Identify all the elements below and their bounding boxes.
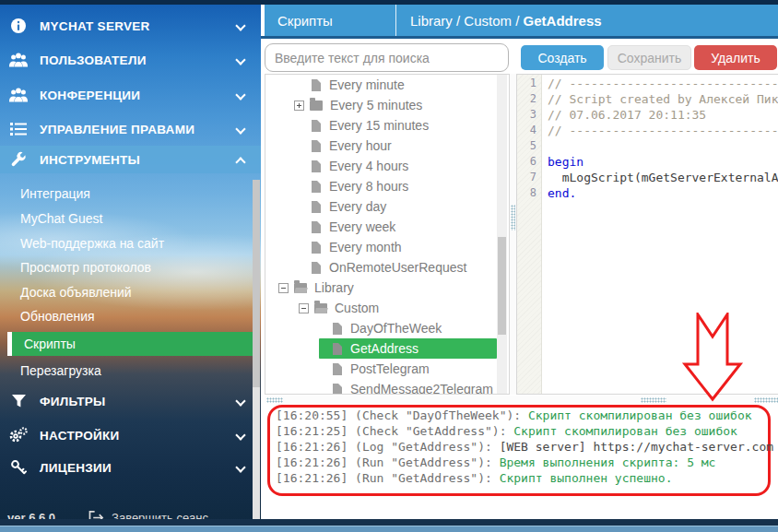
file-icon <box>312 79 321 91</box>
sidebar-item-licenses[interactable]: ЛИЦЕНЗИИ <box>0 454 261 481</box>
log-output-panel: [16:20:55] (Check "DayOfTheWeek"): Скрип… <box>265 403 778 519</box>
vertical-splitter-handle[interactable] <box>511 205 515 231</box>
tree-item[interactable]: Every minute <box>265 75 509 95</box>
bottom-frame-strip-blue <box>0 526 778 532</box>
folder-icon <box>310 100 323 111</box>
list-icon <box>9 121 28 137</box>
tree-scrollbar-track[interactable] <box>497 75 507 394</box>
tab-scripts[interactable]: Скрипты <box>265 5 396 36</box>
file-icon <box>333 323 342 335</box>
tree-item[interactable]: Every 5 minutes <box>265 95 509 115</box>
sidebar-item-bulletin-board[interactable]: Доска объявлений <box>0 280 261 304</box>
breadcrumb[interactable]: Library / Custom / GetAddress <box>396 5 778 36</box>
open-folder-icon <box>314 303 327 313</box>
chevron-down-icon <box>235 20 245 30</box>
sidebar-item-mychat-guest[interactable]: MyChat Guest <box>0 207 261 231</box>
code-line: // -------------------------------------… <box>548 124 778 139</box>
save-button[interactable]: Сохранить <box>607 45 691 70</box>
sidebar-item-restart[interactable]: Перезагрузка <box>0 359 261 383</box>
header-underline <box>261 36 778 39</box>
tree-item[interactable]: Every 8 hours <box>265 176 509 196</box>
code-line: begin <box>548 155 778 171</box>
chevron-down-icon <box>235 396 245 406</box>
file-icon <box>312 181 321 193</box>
sidebar-scrollbar-thumb[interactable] <box>253 180 260 387</box>
log-line: [16:21:26] (Run "GetAddress"): Скрипт вы… <box>276 471 773 487</box>
users-icon <box>9 52 28 68</box>
file-icon <box>333 363 342 375</box>
sidebar: MYCHAT SERVER ПОЛЬЗОВАТЕЛИ КОНФЕРЕНЦИИ У… <box>0 5 261 526</box>
info-icon <box>9 18 28 34</box>
file-icon <box>333 384 342 396</box>
tree-item[interactable]: Every 4 hours <box>265 156 509 176</box>
sidebar-item-web-support[interactable]: Web-поддержка на сайт <box>0 231 261 255</box>
chevron-down-icon <box>235 462 245 472</box>
sidebar-item-integration[interactable]: Интеграция <box>0 182 261 206</box>
create-button[interactable]: Создать <box>521 45 604 70</box>
page-header: Скрипты Library / Custom / GetAddress <box>265 5 778 36</box>
sidebar-item-rights-management[interactable]: УПРАВЛЕНИЕ ПРАВАМИ <box>0 115 261 143</box>
sidebar-item-settings[interactable]: НАСТРОЙКИ <box>0 421 261 449</box>
file-icon <box>312 262 321 274</box>
search-input[interactable] <box>265 43 509 72</box>
chevron-down-icon <box>235 54 245 65</box>
sidebar-item-protocols[interactable]: Просмотр протоколов <box>0 255 261 279</box>
code-line: end. <box>548 186 778 202</box>
tree-item[interactable]: Every month <box>265 237 509 257</box>
sidebar-item-updates[interactable]: Обновления <box>0 304 261 328</box>
code-line <box>548 139 778 155</box>
tree-item[interactable]: Every week <box>265 217 509 237</box>
log-line: [16:21:25] (Check "GetAddress"): Скрипт … <box>276 424 773 440</box>
bottom-frame-strip-dark <box>0 519 778 526</box>
file-icon <box>312 201 321 213</box>
sidebar-item-scripts-selected[interactable]: Скрипты <box>7 332 253 356</box>
chevron-down-icon <box>235 430 245 440</box>
code-line: mLogScript(mGetServerExternalAd <box>548 171 778 186</box>
delete-button[interactable]: Удалить <box>694 45 777 70</box>
code-line: // Script created by Алексей Пику <box>548 92 778 108</box>
sidebar-item-conferences[interactable]: КОНФЕРЕНЦИИ <box>0 81 261 109</box>
open-folder-icon <box>294 283 307 293</box>
chevron-down-icon <box>235 89 245 100</box>
vertical-splitter[interactable] <box>510 74 516 395</box>
log-line: [16:21:26] (Log "GetAddress"): [WEB serv… <box>276 440 773 455</box>
file-icon <box>333 343 342 355</box>
tree-item[interactable]: SendMessage2Telegram <box>265 379 509 395</box>
tree-item[interactable]: PostTelegram <box>265 359 509 379</box>
file-icon <box>312 242 321 254</box>
line-number-gutter: 1 2 3 4 5 6 7 8 <box>517 75 542 394</box>
tree-item[interactable]: Every 15 minutes <box>265 115 509 136</box>
filter-icon <box>9 393 28 409</box>
key-icon <box>9 459 28 476</box>
sidebar-item-tools[interactable]: ИНСТРУМЕНТЫ <box>0 146 261 173</box>
expand-icon[interactable] <box>294 100 304 111</box>
tree-item-library[interactable]: Library <box>265 278 509 298</box>
tree-scrollbar-thumb[interactable] <box>498 237 506 335</box>
script-tree: Every minute Every 5 minutes Every 15 mi… <box>265 74 510 395</box>
annotation-arrow-icon <box>679 313 746 402</box>
tree-item[interactable]: DayOfTheWeek <box>265 318 509 338</box>
breadcrumb-current: GetAddress <box>524 13 602 29</box>
log-lines: [16:20:55] (Check "DayOfTheWeek"): Скрип… <box>276 408 773 487</box>
collapse-icon[interactable] <box>278 283 289 293</box>
log-line: [16:21:26] (Run "GetAddress"): Время вып… <box>276 455 773 471</box>
sidebar-item-filters[interactable]: ФИЛЬТРЫ <box>0 387 261 415</box>
tree-item[interactable]: Every day <box>265 196 509 217</box>
file-icon <box>312 160 321 172</box>
file-icon <box>312 140 321 152</box>
tree-item-custom[interactable]: Custom <box>265 298 509 318</box>
code-line: // 07.06.2017 20:11:35 <box>548 108 778 124</box>
sidebar-item-mychat-server[interactable]: MYCHAT SERVER <box>0 12 261 40</box>
wrench-icon <box>9 151 28 168</box>
tree-item[interactable]: Every hour <box>265 136 509 156</box>
sidebar-item-users[interactable]: ПОЛЬЗОВАТЕЛИ <box>0 46 261 74</box>
file-icon <box>312 120 321 132</box>
tree-item[interactable]: OnRemoteUserRequest <box>265 257 509 278</box>
code-line: // -------------------------------------… <box>548 77 778 92</box>
mychat-admin-window: MYCHAT SERVER ПОЛЬЗОВАТЕЛИ КОНФЕРЕНЦИИ У… <box>0 0 778 532</box>
users-icon <box>9 87 28 103</box>
collapse-icon[interactable] <box>299 303 309 313</box>
chevron-up-icon <box>235 157 245 167</box>
chevron-down-icon <box>235 124 245 134</box>
tree-item-selected[interactable]: GetAddress <box>319 338 497 359</box>
